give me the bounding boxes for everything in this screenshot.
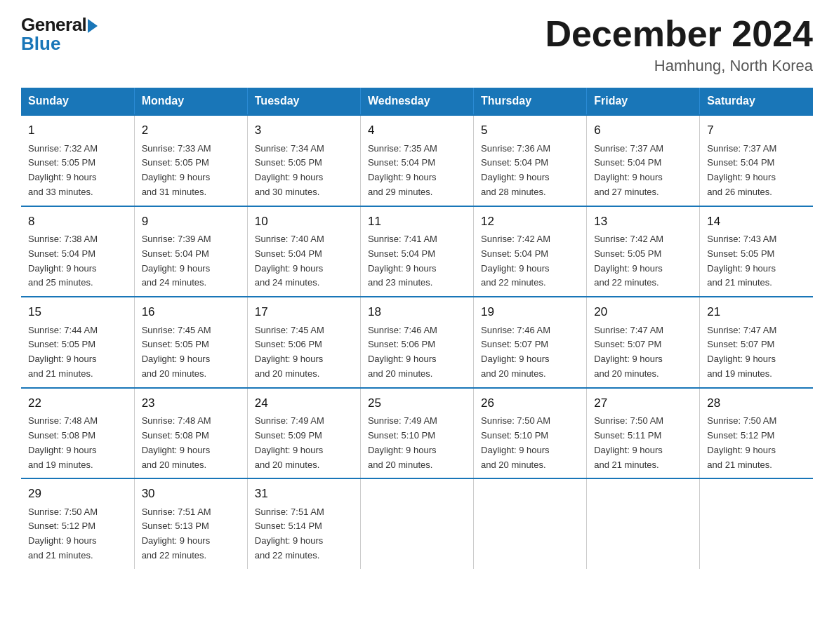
calendar-body: 1Sunrise: 7:32 AMSunset: 5:05 PMDaylight… (21, 115, 813, 569)
day-info: Sunrise: 7:37 AMSunset: 5:04 PMDaylight:… (594, 142, 692, 200)
day-number: 21 (707, 303, 806, 321)
week-row-1: 1Sunrise: 7:32 AMSunset: 5:05 PMDaylight… (21, 115, 813, 206)
day-number: 10 (255, 213, 353, 231)
day-number: 24 (255, 394, 353, 412)
day-number: 17 (255, 303, 353, 321)
day-info: Sunrise: 7:51 AMSunset: 5:14 PMDaylight:… (255, 505, 353, 563)
calendar-cell: 21Sunrise: 7:47 AMSunset: 5:07 PMDayligh… (700, 297, 813, 388)
day-number: 20 (594, 303, 692, 321)
day-info: Sunrise: 7:35 AMSunset: 5:04 PMDaylight:… (368, 142, 466, 200)
calendar-cell: 20Sunrise: 7:47 AMSunset: 5:07 PMDayligh… (587, 297, 700, 388)
calendar-cell: 8Sunrise: 7:38 AMSunset: 5:04 PMDaylight… (21, 206, 134, 297)
header-thursday: Thursday (474, 88, 587, 115)
title-block: December 2024 Hamhung, North Korea (545, 14, 813, 75)
day-number: 16 (142, 303, 240, 321)
header-monday: Monday (134, 88, 247, 115)
day-info: Sunrise: 7:48 AMSunset: 5:08 PMDaylight:… (142, 414, 240, 472)
day-info: Sunrise: 7:37 AMSunset: 5:04 PMDaylight:… (707, 142, 806, 200)
week-row-4: 22Sunrise: 7:48 AMSunset: 5:08 PMDayligh… (21, 388, 813, 479)
calendar-cell: 23Sunrise: 7:48 AMSunset: 5:08 PMDayligh… (134, 388, 247, 479)
day-number: 6 (594, 121, 692, 140)
day-number: 26 (481, 394, 579, 412)
calendar-cell: 5Sunrise: 7:36 AMSunset: 5:04 PMDaylight… (474, 115, 587, 206)
day-info: Sunrise: 7:51 AMSunset: 5:13 PMDaylight:… (142, 505, 240, 563)
calendar-cell: 13Sunrise: 7:42 AMSunset: 5:05 PMDayligh… (587, 206, 700, 297)
day-info: Sunrise: 7:48 AMSunset: 5:08 PMDaylight:… (28, 414, 127, 472)
day-info: Sunrise: 7:49 AMSunset: 5:10 PMDaylight:… (368, 414, 466, 472)
calendar-cell: 3Sunrise: 7:34 AMSunset: 5:05 PMDaylight… (247, 115, 360, 206)
calendar-cell: 14Sunrise: 7:43 AMSunset: 5:05 PMDayligh… (700, 206, 813, 297)
week-row-5: 29Sunrise: 7:50 AMSunset: 5:12 PMDayligh… (21, 478, 813, 569)
day-number: 4 (368, 121, 466, 140)
day-number: 30 (142, 485, 240, 503)
day-info: Sunrise: 7:50 AMSunset: 5:12 PMDaylight:… (707, 414, 806, 472)
calendar-cell (474, 478, 587, 569)
day-number: 31 (255, 485, 353, 503)
day-number: 18 (368, 303, 466, 321)
day-info: Sunrise: 7:50 AMSunset: 5:11 PMDaylight:… (594, 414, 692, 472)
day-number: 11 (368, 213, 466, 231)
calendar-cell: 10Sunrise: 7:40 AMSunset: 5:04 PMDayligh… (247, 206, 360, 297)
calendar-cell (360, 478, 473, 569)
day-number: 7 (707, 121, 806, 140)
calendar-cell: 1Sunrise: 7:32 AMSunset: 5:05 PMDaylight… (21, 115, 134, 206)
calendar-cell (587, 478, 700, 569)
calendar-cell: 31Sunrise: 7:51 AMSunset: 5:14 PMDayligh… (247, 478, 360, 569)
calendar-table: SundayMondayTuesdayWednesdayThursdayFrid… (21, 88, 813, 569)
day-number: 23 (142, 394, 240, 412)
calendar-cell: 26Sunrise: 7:50 AMSunset: 5:10 PMDayligh… (474, 388, 587, 479)
day-info: Sunrise: 7:46 AMSunset: 5:06 PMDaylight:… (368, 323, 466, 382)
calendar-cell: 25Sunrise: 7:49 AMSunset: 5:10 PMDayligh… (360, 388, 473, 479)
calendar-cell: 16Sunrise: 7:45 AMSunset: 5:05 PMDayligh… (134, 297, 247, 388)
calendar-cell: 19Sunrise: 7:46 AMSunset: 5:07 PMDayligh… (474, 297, 587, 388)
calendar-cell: 6Sunrise: 7:37 AMSunset: 5:04 PMDaylight… (587, 115, 700, 206)
calendar-cell: 30Sunrise: 7:51 AMSunset: 5:13 PMDayligh… (134, 478, 247, 569)
calendar-cell: 11Sunrise: 7:41 AMSunset: 5:04 PMDayligh… (360, 206, 473, 297)
day-number: 1 (28, 121, 127, 140)
day-info: Sunrise: 7:43 AMSunset: 5:05 PMDaylight:… (707, 232, 806, 290)
logo-blue-text: Blue (21, 33, 60, 55)
week-row-2: 8Sunrise: 7:38 AMSunset: 5:04 PMDaylight… (21, 206, 813, 297)
calendar-cell: 12Sunrise: 7:42 AMSunset: 5:04 PMDayligh… (474, 206, 587, 297)
day-number: 3 (255, 121, 353, 140)
calendar-cell: 15Sunrise: 7:44 AMSunset: 5:05 PMDayligh… (21, 297, 134, 388)
calendar-cell: 9Sunrise: 7:39 AMSunset: 5:04 PMDaylight… (134, 206, 247, 297)
calendar-header: SundayMondayTuesdayWednesdayThursdayFrid… (21, 88, 813, 115)
day-number: 2 (142, 121, 240, 140)
day-number: 28 (707, 394, 806, 412)
day-info: Sunrise: 7:46 AMSunset: 5:07 PMDaylight:… (481, 323, 579, 382)
day-number: 12 (481, 213, 579, 231)
page-header: General Blue December 2024 Hamhung, Nort… (21, 14, 813, 75)
day-info: Sunrise: 7:47 AMSunset: 5:07 PMDaylight:… (707, 323, 806, 382)
day-number: 29 (28, 485, 127, 503)
day-info: Sunrise: 7:32 AMSunset: 5:05 PMDaylight:… (28, 142, 127, 200)
location-subtitle: Hamhung, North Korea (545, 57, 813, 75)
day-number: 14 (707, 213, 806, 231)
day-number: 15 (28, 303, 127, 321)
day-info: Sunrise: 7:41 AMSunset: 5:04 PMDaylight:… (368, 232, 466, 290)
day-info: Sunrise: 7:49 AMSunset: 5:09 PMDaylight:… (255, 414, 353, 472)
day-number: 9 (142, 213, 240, 231)
calendar-cell: 27Sunrise: 7:50 AMSunset: 5:11 PMDayligh… (587, 388, 700, 479)
week-row-3: 15Sunrise: 7:44 AMSunset: 5:05 PMDayligh… (21, 297, 813, 388)
calendar-cell: 2Sunrise: 7:33 AMSunset: 5:05 PMDaylight… (134, 115, 247, 206)
day-info: Sunrise: 7:45 AMSunset: 5:06 PMDaylight:… (255, 323, 353, 382)
day-number: 5 (481, 121, 579, 140)
day-number: 19 (481, 303, 579, 321)
day-info: Sunrise: 7:50 AMSunset: 5:12 PMDaylight:… (28, 505, 127, 563)
header-sunday: Sunday (21, 88, 134, 115)
header-tuesday: Tuesday (247, 88, 360, 115)
calendar-cell: 22Sunrise: 7:48 AMSunset: 5:08 PMDayligh… (21, 388, 134, 479)
logo[interactable]: General Blue (21, 14, 98, 55)
day-number: 22 (28, 394, 127, 412)
day-number: 27 (594, 394, 692, 412)
calendar-cell: 4Sunrise: 7:35 AMSunset: 5:04 PMDaylight… (360, 115, 473, 206)
day-info: Sunrise: 7:44 AMSunset: 5:05 PMDaylight:… (28, 323, 127, 382)
calendar-cell (700, 478, 813, 569)
logo-arrow-icon (88, 19, 98, 33)
day-info: Sunrise: 7:39 AMSunset: 5:04 PMDaylight:… (142, 232, 240, 290)
day-info: Sunrise: 7:42 AMSunset: 5:05 PMDaylight:… (594, 232, 692, 290)
day-number: 8 (28, 213, 127, 231)
calendar-cell: 18Sunrise: 7:46 AMSunset: 5:06 PMDayligh… (360, 297, 473, 388)
day-number: 13 (594, 213, 692, 231)
